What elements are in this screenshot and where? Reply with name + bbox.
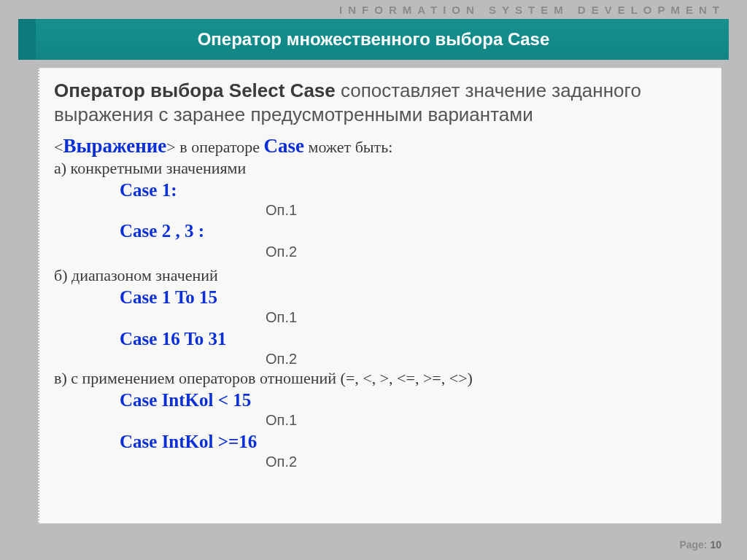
page-value: 10 bbox=[710, 539, 721, 551]
title-accent bbox=[18, 19, 36, 60]
section-c-label: в) с применением операторов отношений (=… bbox=[54, 368, 708, 389]
case-c1: Case IntKol < 15 bbox=[120, 389, 708, 412]
op-b2: Оп.2 bbox=[266, 350, 708, 368]
op-a1: Оп.1 bbox=[266, 201, 708, 219]
body-block: <Выражение> в операторе Case может быть:… bbox=[54, 133, 708, 471]
page-label: Page: bbox=[679, 539, 710, 551]
op-c2: Оп.2 bbox=[266, 453, 708, 471]
overline-text: INFORMATION SYSTEM DEVELOPMENT bbox=[0, 4, 747, 16]
op-b1: Оп.1 bbox=[266, 308, 708, 327]
page-number: Page: 10 bbox=[679, 539, 721, 551]
case-c2: Case IntKol >=16 bbox=[120, 430, 708, 454]
title-bar: Оператор множественного выбора Case bbox=[18, 19, 729, 60]
intro-mid: в операторе bbox=[176, 138, 264, 156]
case-keyword: Case bbox=[263, 135, 304, 157]
case-a1: Case 1: bbox=[120, 179, 708, 202]
expr-keyword: Выражение bbox=[63, 135, 166, 157]
content-area: Оператор выбора Select Case сопоставляет… bbox=[38, 68, 721, 524]
op-a2: Оп.2 bbox=[266, 243, 708, 261]
op-c1: Оп.1 bbox=[266, 411, 708, 429]
section-a-label: а) конкретными значениями bbox=[54, 158, 708, 179]
lead-paragraph: Оператор выбора Select Case сопоставляет… bbox=[54, 79, 708, 126]
angle-lt: < bbox=[54, 138, 63, 156]
case-b2: Case 16 To 31 bbox=[120, 327, 708, 351]
case-a2: Case 2 , 3 : bbox=[120, 219, 708, 243]
intro-line: <Выражение> в операторе Case может быть: bbox=[54, 133, 708, 158]
case-b1: Case 1 To 15 bbox=[120, 286, 708, 309]
slide-title: Оператор множественного выбора Case bbox=[198, 29, 550, 50]
lead-strong: Оператор выбора Select Case bbox=[54, 79, 336, 101]
slide: INFORMATION SYSTEM DEVELOPMENT Оператор … bbox=[0, 0, 747, 560]
section-b-label: б) диапазоном значений bbox=[54, 265, 708, 286]
angle-gt: > bbox=[166, 138, 175, 156]
intro-tail: может быть: bbox=[304, 138, 392, 156]
